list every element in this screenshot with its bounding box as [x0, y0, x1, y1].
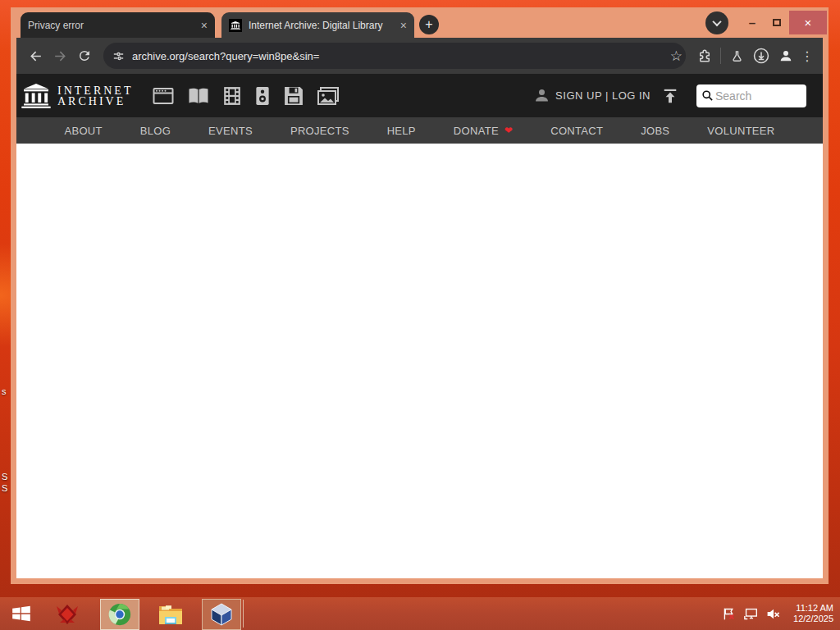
back-icon	[28, 48, 43, 64]
audio-icon[interactable]	[255, 86, 270, 106]
clock-date: 12/2/2025	[793, 614, 833, 624]
user-icon	[533, 87, 550, 104]
ia-wordmark[interactable]: INTERNET ARCHIVE	[57, 85, 133, 107]
chrome-icon	[107, 602, 132, 627]
nav-jobs[interactable]: JOBS	[622, 125, 688, 137]
page-content-blank	[16, 144, 823, 578]
nav-donate[interactable]: DONATE ❤	[435, 125, 532, 137]
nav-about[interactable]: ABOUT	[45, 125, 121, 137]
minimize-button[interactable]: –	[740, 16, 765, 30]
signup-login-link[interactable]: SIGN UP | LOG IN	[555, 89, 651, 102]
file-explorer-icon	[158, 603, 184, 626]
video-icon[interactable]	[223, 86, 241, 106]
nav-donate-label: DONATE	[454, 125, 499, 137]
tab-close-icon[interactable]: ×	[201, 19, 208, 32]
tab-title: Privacy error	[28, 20, 196, 31]
wordmark-line1: INTERNET	[57, 85, 133, 96]
desktop: s S S Privacy error × Internet Archive: …	[0, 0, 840, 630]
web-icon[interactable]	[153, 86, 174, 106]
internet-archive-favicon	[229, 19, 242, 32]
forward-icon	[52, 48, 68, 64]
wordmark-line2: ARCHIVE	[57, 96, 133, 107]
taskbar-app-chrome[interactable]	[100, 599, 139, 630]
volume-muted-icon[interactable]	[766, 607, 781, 621]
ia-search-input[interactable]	[714, 89, 796, 103]
upload-icon[interactable]	[662, 88, 678, 104]
extensions-button[interactable]	[692, 43, 717, 68]
chevron-down-icon	[712, 16, 721, 25]
tab-search-button[interactable]	[705, 11, 728, 34]
experiments-button[interactable]	[724, 43, 749, 68]
reload-icon	[77, 48, 92, 63]
taskbar-clock[interactable]: 11:12 AM 12/2/2025	[793, 603, 833, 624]
bookmark-star-icon[interactable]: ☆	[670, 48, 682, 65]
taskbar-app-red[interactable]	[48, 599, 87, 630]
download-icon	[752, 47, 770, 65]
search-icon	[701, 89, 714, 102]
close-button[interactable]: ×	[789, 11, 827, 34]
maximize-button[interactable]	[765, 19, 789, 26]
browser-toolbar: archive.org/search?query=win8pe&sin= ☆	[16, 38, 823, 74]
window-controls: – ×	[705, 10, 827, 35]
texts-icon[interactable]	[188, 86, 209, 106]
media-type-icons	[153, 86, 339, 106]
tab-title: Internet Archive: Digital Library	[249, 20, 395, 31]
red-app-icon	[55, 603, 80, 626]
desktop-label-fragment: S	[2, 472, 7, 482]
virtualbox-icon	[209, 602, 234, 627]
desktop-label-fragment: s	[2, 386, 7, 396]
images-icon[interactable]	[317, 86, 339, 106]
address-bar[interactable]: archive.org/search?query=win8pe&sin= ☆	[103, 43, 686, 69]
nav-events[interactable]: EVENTS	[189, 125, 272, 137]
nav-projects[interactable]: PROJECTS	[272, 125, 368, 137]
profile-icon	[778, 48, 794, 64]
ia-header: INTERNET ARCHIVE	[16, 74, 823, 117]
downloads-button[interactable]	[749, 43, 774, 68]
nav-volunteer[interactable]: VOLUNTEER	[688, 125, 793, 137]
url-text[interactable]: archive.org/search?query=win8pe&sin=	[132, 50, 670, 62]
heart-icon: ❤	[504, 125, 513, 136]
windows-logo-icon	[11, 603, 32, 624]
internet-archive-logo[interactable]	[21, 84, 51, 108]
tab-privacy-error[interactable]: Privacy error ×	[21, 12, 215, 38]
ia-search-box[interactable]	[696, 84, 806, 107]
start-button[interactable]	[7, 597, 36, 630]
toolbar-divider	[720, 48, 721, 64]
network-icon[interactable]	[743, 607, 759, 621]
menu-button[interactable]: ⋮	[798, 43, 816, 68]
tab-close-icon[interactable]: ×	[400, 19, 407, 32]
tab-strip: Privacy error × Internet Archive: Digita…	[11, 7, 829, 38]
new-tab-button[interactable]: +	[419, 15, 439, 34]
flask-icon	[730, 49, 744, 63]
taskbar-group-divider	[243, 600, 244, 628]
system-tray: 11:12 AM 12/2/2025	[722, 597, 840, 630]
software-icon[interactable]	[284, 86, 304, 106]
ia-nav: ABOUT BLOG EVENTS PROJECTS HELP DONATE ❤…	[16, 117, 823, 144]
site-settings-icon[interactable]	[112, 49, 126, 63]
forward-button[interactable]	[48, 43, 72, 68]
action-center-flag-icon[interactable]	[722, 607, 736, 621]
taskbar-app-explorer[interactable]	[151, 599, 190, 630]
reload-button[interactable]	[72, 43, 97, 68]
back-button[interactable]	[23, 43, 48, 68]
taskbar: 11:12 AM 12/2/2025	[0, 597, 840, 630]
clock-time: 11:12 AM	[793, 603, 833, 614]
nav-contact[interactable]: CONTACT	[532, 125, 622, 137]
webpage: INTERNET ARCHIVE	[16, 74, 823, 578]
desktop-label-fragment: S	[2, 483, 7, 493]
tab-internet-archive[interactable]: Internet Archive: Digital Library ×	[221, 12, 414, 38]
maximize-icon	[773, 19, 781, 26]
extensions-icon	[697, 48, 712, 63]
nav-help[interactable]: HELP	[368, 125, 435, 137]
browser-window: Privacy error × Internet Archive: Digita…	[11, 7, 829, 584]
profile-button[interactable]	[774, 43, 798, 68]
taskbar-app-virtualbox[interactable]	[202, 599, 241, 630]
nav-blog[interactable]: BLOG	[121, 125, 189, 137]
